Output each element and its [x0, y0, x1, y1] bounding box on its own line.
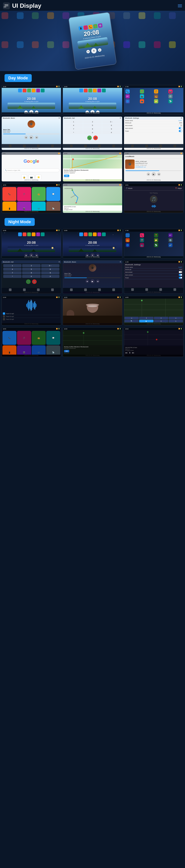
- night-mode-section: Night Mode: [0, 215, 185, 229]
- screen-date-carplay-music: 2020-01-01 Wednesday: [124, 211, 183, 213]
- day-maps-screen: 18:33📶 Sunny Coffee Western Restaurant W…: [63, 152, 122, 182]
- bt-call-night-inner: 1 2 3→ 4 5 6 7 8 9 * 0 # 📞 📵: [2, 264, 61, 288]
- day-mode-section: Day Mode: [0, 71, 185, 85]
- status-bar: 12:56📶: [124, 152, 183, 155]
- power-toggle-night[interactable]: [179, 277, 182, 279]
- night-maps-2-screen: 18:33📶 🔋 Sunny Coffee Western Restaurant…: [63, 327, 122, 357]
- bt-music-inner: Music Title Music Album Music Artist ⏮ ▶…: [2, 120, 61, 144]
- screen-date-google: 2020-01-01 Wednesday: [2, 179, 61, 181]
- screen-date-bt-call: 2020-01-01 Wednesday: [63, 148, 122, 150]
- night-bt-music-screen: Bluetooth_Music ✕ Music Title Music Albu…: [63, 260, 122, 294]
- settings-auto-answer-night: Auto answer: [124, 271, 183, 274]
- day-bt-music-screen: Bluetooth_Music ✕ Music Title Music Albu…: [1, 117, 61, 150]
- day-maps-nav-screen: 18:33📶 ZHONGSHAN DONGZOU 18:16 ETA 3.0 k…: [63, 183, 122, 213]
- settings-device-name-night: Device name CarBT: [124, 266, 183, 269]
- google-inner: Google 🔍 Search or type URL 🔒 📷 ⭐: [2, 155, 61, 179]
- auto-connect-toggle-night[interactable]: [179, 274, 182, 276]
- google-search-bar[interactable]: 🔍 Search or type URL: [3, 168, 59, 172]
- header-left: UI Display: [3, 2, 41, 9]
- night-apps-inner: 🎵 📞 📍 BT 📻 🎬 📂 ⚙️ 🌐 📺 📡 🔊: [124, 232, 183, 256]
- status-bar: 18:08📶 🔋: [63, 229, 122, 232]
- bt-music-header-night: Bluetooth_Music ✕: [63, 260, 122, 264]
- screen-date-night-maps-2: 2020-01-01 Wednesday: [63, 354, 122, 357]
- night-bt-settings-screen: 11:38📶 🔋 Bluetooth_Settings Device name …: [124, 260, 184, 294]
- svg-point-0: [72, 189, 73, 191]
- auto-connect-toggle[interactable]: [179, 127, 182, 129]
- screen-date-night-bt-settings: 2020-01-01 Wednesday: [124, 291, 183, 293]
- carplay-nav-night-inner: 18:16 ETA 3.0 km Start on Dongjue Road ⏮…: [124, 330, 183, 354]
- status-bar: 18:54📶 🔋: [2, 184, 61, 186]
- song-info: Music Title Music Album Music Artist: [2, 129, 61, 133]
- day-bt-call-screen: Bluetooth_Call ✕ 1 2 3→ 4 5 6 7 8 9 * 0 …: [63, 117, 122, 150]
- night-screens-row1: 18:08📶 🔋 20:08 A relaxing place of quiet: [0, 229, 185, 260]
- night-maps-nav-screen: 18:55📶 🔋 ⬅ ⬆ ⬇ ➡: [124, 296, 184, 326]
- bottom-nav-night-settings: [124, 288, 183, 291]
- screen-date-apps: 2020-01-01 Wednesday: [124, 112, 183, 115]
- night-mode-label: Night Mode: [4, 218, 35, 226]
- status-bar: 18:08📶 🔋: [2, 229, 61, 232]
- night-local-music-inner: Track 01.mp3 Track 02.mp3 Track 03.mp3: [2, 299, 61, 323]
- svg-point-10: [83, 332, 84, 334]
- auto-answer-toggle-night[interactable]: [179, 271, 182, 273]
- day-bt-settings-screen: Bluetooth_Settings ✕ Device name CarBT D…: [124, 117, 184, 150]
- hero-device-mockup: 📱 🎵 📞 📍 ⚙️ 20:08 A relaxing place of qui…: [68, 12, 117, 70]
- status-bar: 18:33📶 🔋: [63, 328, 122, 330]
- screen-date-2: 2020-01-01 Wednesday: [63, 112, 122, 115]
- day-home-2-screen: 20:08 A relaxing place of quiet ⏮ ⏸ ⏭: [63, 88, 122, 112]
- screen-date-night-home-1: 2020-01-01 Wednesday: [2, 256, 61, 258]
- night-apps-screen: 17:46📶 🔋 🎵 📞 📍 BT 📻 🎬 📂 ⚙️ 🌐 📺 📡 🔊 2020-…: [124, 229, 184, 258]
- screen-date-night-apps: 2020-01-01 Wednesday: [124, 256, 183, 258]
- screen-date-maps: 2020-01-01 Wednesday: [63, 179, 122, 181]
- day-google-screen: 9:34📶 Google 🔍 Search or type URL 🔒 📷 ⭐ …: [1, 152, 61, 182]
- status-bar: 9:34📶: [2, 152, 61, 155]
- status-bar: 18:55📶 🔋: [124, 296, 183, 299]
- day-local-music-screen: 12:56📶 LocalMusic 华年生_HYNE.mp3 来表你耿耿余怀.m…: [124, 152, 184, 182]
- carplay-inner: 📞 🎵 📻 💬 📱 🎬 🎶 📡 📶 🔊 ⚙️ 🏠: [2, 186, 61, 211]
- day-apps-screen: 17:46📶 🔋 📞 📍 🎵 📷 BT 🎬 📻 ⚙️ 🌐 📺 📂 📡 2020-…: [124, 85, 184, 115]
- screen-date-local-music: 2020-01-01 Wednesday: [124, 179, 183, 181]
- night-carplay-screen: 18:54📶 🔋 📞 🎵 📻 💬 📱 🎬 🎶 📡 📶 🔊 ⚙️ 🏠 2020-0…: [1, 327, 61, 357]
- menu-icon[interactable]: [3, 2, 10, 9]
- carplay-music-inner: 🎵 Music 📍 Maps Not Playing 🎵 ⏮: [124, 186, 183, 211]
- screen-date-night-carplay-nav: 2020-01-01 Wednesday: [124, 354, 183, 357]
- bottom-nav-call: [63, 144, 122, 148]
- screen-time-2: 20:08: [63, 93, 122, 101]
- status-bar: 18:33📶: [63, 152, 122, 155]
- settings-device-name: Device name CarBT: [124, 120, 183, 122]
- screen-date-carplay: 2020-01-01 Wednesday: [2, 211, 61, 213]
- svg-point-14: [147, 331, 149, 333]
- go-button[interactable]: GO: [64, 175, 69, 177]
- day-carplay-music-screen: 18:01📶 🔋 🎵 Music 📍 Maps Not Playing 🎵: [124, 183, 184, 213]
- svg-point-15: [156, 339, 157, 340]
- settings-auto-answer: Auto answer: [124, 124, 183, 127]
- dial-pad: 1 2 3→ 4 5 6 7 8 9 * 0 #: [63, 120, 122, 135]
- screen-date-bt-music: 2020-01-01 Wednesday: [2, 148, 61, 150]
- screen-date-night-carplay: 2020-01-01 Wednesday: [2, 354, 61, 357]
- screen-date-night-bt-music: 2020-01-01 Wednesday: [63, 292, 122, 294]
- carplay-night-inner: 📞 🎵 📻 💬 📱 🎬 🎶 📡 📶 🔊 ⚙️ 🏠: [2, 330, 61, 354]
- waveform: [126, 205, 182, 208]
- day-home-1-screen: 20:08 A relaxing place of quiet ⏮ ⏸ ⏭: [2, 88, 61, 112]
- status-bar: 17:46📶 🔋: [124, 85, 183, 88]
- power-toggle[interactable]: [179, 130, 182, 132]
- album-art: [28, 120, 35, 128]
- day-screens-row4: 18:54📶 🔋 📞 🎵 📻 💬 📱 🎬 🎶 📡 📶 🔊 ⚙️ 🏠 2020-0…: [0, 183, 185, 215]
- status-bar: 11:38📶 🔋: [124, 260, 183, 263]
- auto-answer-toggle[interactable]: [179, 124, 182, 126]
- bt-music-header: Bluetooth_Music ✕: [2, 117, 61, 120]
- google-logo: Google: [2, 155, 61, 167]
- night-screen-time-2: 20:08: [63, 237, 122, 245]
- screen-date-maps-nav: 2020-01-01 Wednesday: [63, 211, 122, 213]
- maps-inner: Sunny Coffee Western Restaurant Western …: [63, 155, 122, 179]
- status-bar: 18:33📶 🔋: [63, 296, 122, 299]
- status-bar: 18:08📶 🔋: [2, 85, 61, 88]
- day-home-screen-2: 18:08📶 🔋 20:08 A relaxing place of quiet…: [63, 85, 122, 115]
- screen-date-night-home-2: 2020-01-01 Wednesday: [63, 256, 122, 258]
- hamburger-menu[interactable]: [178, 4, 182, 7]
- bt-settings-inner: Device name CarBT Device pin 0000 Auto a…: [124, 120, 183, 144]
- local-music-inner: LocalMusic 华年生_HYNE.mp3 来表你耿耿余怀.mp3 华年生_…: [124, 155, 183, 179]
- status-bar: 18:33📶: [63, 184, 122, 186]
- carplay-grid: 📞 🎵 📻 💬 📱 🎬 🎶 📡: [2, 186, 61, 211]
- go-button-night[interactable]: GO: [64, 350, 69, 352]
- screen-date-night-food: 2020-01-01 Wednesday: [63, 323, 122, 325]
